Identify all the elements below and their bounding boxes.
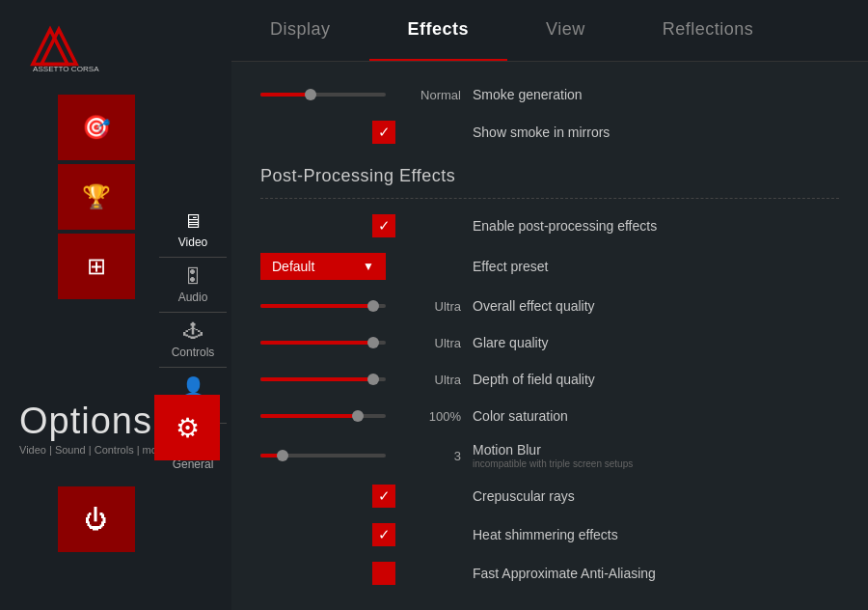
effect-preset-value: Default	[272, 259, 314, 274]
motion-blur-label: 3	[405, 449, 473, 463]
dof-label: Ultra	[405, 373, 473, 387]
nav-item-controls-label: Controls	[172, 346, 215, 359]
motion-blur-slider-thumb[interactable]	[277, 450, 288, 461]
crepuscular-checkbox[interactable]: ✓	[372, 485, 395, 508]
smoke-slider-track[interactable]	[260, 93, 386, 97]
depth-of-field-row: Ultra Depth of field quality	[260, 361, 839, 398]
sidebar-icon-3[interactable]: ⊞	[58, 234, 135, 299]
effect-preset-row: Default ▼ Effect preset	[260, 245, 839, 288]
content-area: Normal Smoke generation ✓ Show smoke in …	[231, 62, 868, 610]
motion-blur-sub-desc: incompatible with triple screen setups	[473, 458, 839, 469]
logo-box: ASSETTO CORSA	[19, 17, 116, 75]
audio-nav-icon: 🎛	[183, 265, 203, 288]
chevron-down-icon: ▼	[363, 260, 374, 273]
color-sat-slider-col	[260, 414, 405, 418]
smoke-mirrors-desc: Show smoke in mirrors	[473, 125, 839, 140]
fxaa-desc: Fast Approximate Anti-Aliasing	[473, 566, 839, 581]
glare-slider-fill	[260, 341, 373, 345]
smoke-label: Normal	[405, 88, 473, 102]
overall-effect-slider-fill	[260, 304, 373, 308]
color-sat-desc: Color saturation	[473, 408, 839, 424]
motion-blur-slider-col	[260, 454, 405, 458]
effect-preset-dropdown-col: Default ▼	[260, 253, 405, 280]
color-sat-slider-thumb[interactable]	[352, 410, 364, 422]
effect-preset-dropdown[interactable]: Default ▼	[260, 253, 386, 280]
power-icon-button[interactable]: ⏻	[58, 486, 135, 552]
options-sub: Video | Sound | Controls | more	[19, 444, 167, 456]
glare-slider-track[interactable]	[260, 341, 386, 345]
overall-effect-label: Ultra	[405, 299, 473, 314]
nav-item-video-label: Video	[178, 236, 207, 249]
fxaa-checkbox[interactable]	[372, 562, 395, 585]
post-processing-divider	[260, 198, 839, 199]
tab-effects[interactable]: Effects	[369, 0, 508, 61]
glare-desc: Glare quality	[473, 335, 839, 350]
smoke-slider-fill	[260, 93, 311, 97]
grid-icon: ⊞	[87, 253, 106, 280]
steering-wheel-icon: 🎯	[82, 114, 111, 141]
gear-icon: ⚙	[176, 412, 200, 444]
glare-slider-col	[260, 341, 405, 345]
color-saturation-row: 100% Color saturation	[260, 398, 839, 434]
smoke-slider-thumb[interactable]	[305, 89, 316, 100]
overall-effect-slider-col	[260, 304, 405, 308]
color-sat-slider-track[interactable]	[260, 414, 386, 418]
nav-item-audio-label: Audio	[178, 291, 208, 304]
nav-item-audio[interactable]: 🎛 Audio	[154, 258, 231, 312]
fxaa-checkbox-col	[260, 562, 405, 585]
dof-slider-track[interactable]	[260, 377, 386, 381]
enable-pp-desc: Enable post-processing effects	[473, 218, 839, 234]
post-processing-header: Post-Processing Effects	[260, 152, 839, 194]
smoke-desc: Smoke generation	[473, 87, 839, 102]
dof-slider-col	[260, 377, 405, 381]
motion-blur-row: 3 Motion Blur incompatible with triple s…	[260, 434, 839, 477]
glare-quality-row: Ultra Glare quality	[260, 324, 839, 361]
heat-shimmering-row: ✓ Heat shimmering effects	[260, 515, 839, 554]
overall-effect-quality-row: Ultra Overall effect quality	[260, 288, 839, 324]
logo-area: ASSETTO CORSA	[0, 0, 231, 85]
dof-slider-fill	[260, 377, 373, 381]
motion-blur-desc: Motion Blur incompatible with triple scr…	[473, 442, 839, 469]
effect-preset-desc: Effect preset	[473, 259, 839, 274]
smoke-mirrors-checkbox-col: ✓	[260, 121, 405, 144]
enable-pp-checkbox[interactable]: ✓	[372, 214, 395, 237]
show-smoke-mirrors-row: ✓ Show smoke in mirrors	[260, 113, 839, 152]
trophy-icon: 🏆	[82, 183, 111, 210]
crepuscular-desc: Crepuscular rays	[473, 488, 839, 504]
fxaa-row: Fast Approximate Anti-Aliasing	[260, 554, 839, 593]
overall-effect-desc: Overall effect quality	[473, 298, 839, 314]
heat-shimmering-desc: Heat shimmering effects	[473, 527, 839, 542]
enable-pp-checkbox-col: ✓	[260, 214, 405, 237]
crepuscular-rays-row: ✓ Crepuscular rays	[260, 477, 839, 515]
overall-effect-slider-thumb[interactable]	[367, 300, 379, 312]
nav-item-controls[interactable]: 🕹 Controls	[154, 313, 231, 367]
power-icon: ⏻	[85, 506, 108, 533]
glare-slider-thumb[interactable]	[367, 337, 379, 348]
nav-item-video[interactable]: 🖥 Video	[154, 203, 231, 257]
sidebar: ASSETTO CORSA 🎯 🏆 ⊞ Options Video | Soun…	[0, 0, 231, 610]
enable-post-processing-row: ✓ Enable post-processing effects	[260, 207, 839, 245]
smoke-mirrors-checkbox[interactable]: ✓	[372, 121, 395, 144]
color-sat-label: 100%	[405, 409, 473, 424]
heat-shimmering-checkbox[interactable]: ✓	[372, 523, 395, 546]
smoke-slider-col	[260, 93, 405, 97]
crepuscular-checkbox-col: ✓	[260, 485, 405, 508]
color-sat-slider-fill	[260, 414, 358, 418]
sidebar-icon-2[interactable]: 🏆	[58, 164, 135, 230]
gear-icon-container[interactable]: ⚙	[154, 395, 220, 460]
tab-reflections[interactable]: Reflections	[624, 0, 793, 61]
tab-display[interactable]: Display	[231, 0, 369, 61]
svg-text:ASSETTO CORSA: ASSETTO CORSA	[33, 64, 99, 72]
overall-effect-slider-track[interactable]	[260, 304, 386, 308]
controls-nav-icon: 🕹	[183, 320, 203, 343]
dof-slider-thumb[interactable]	[367, 374, 379, 385]
main-content: Display Effects View Reflections Normal …	[231, 0, 868, 610]
options-section: Options Video | Sound | Controls | more	[19, 401, 167, 456]
glare-label: Ultra	[405, 336, 473, 350]
heat-shimmering-checkbox-col: ✓	[260, 523, 405, 546]
smoke-generation-row: Normal Smoke generation	[260, 76, 839, 113]
tab-view[interactable]: View	[507, 0, 624, 61]
sidebar-icon-1[interactable]: 🎯	[58, 95, 135, 160]
tabs: Display Effects View Reflections	[231, 0, 868, 62]
motion-blur-slider-track[interactable]	[260, 454, 386, 458]
